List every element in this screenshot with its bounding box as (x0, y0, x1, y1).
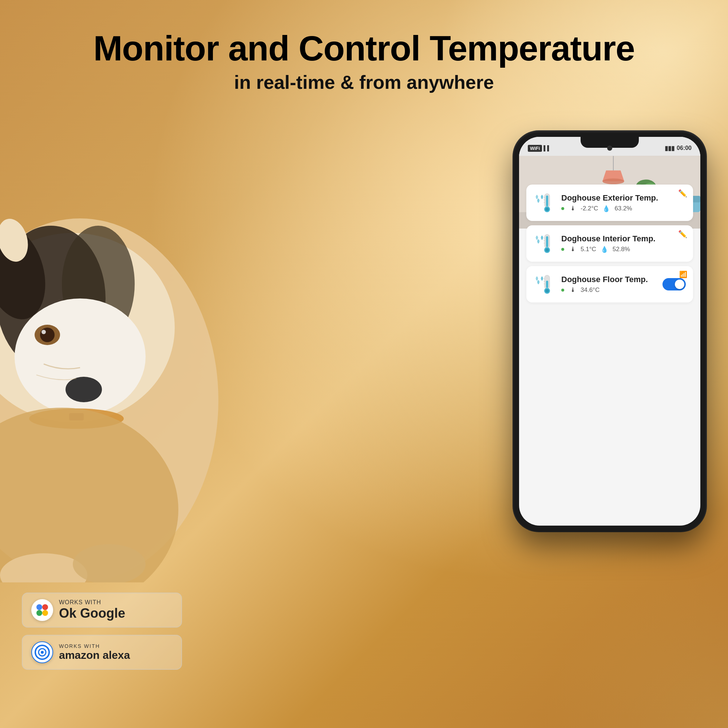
compatibility-badges: works with Ok Google WORKS WITH amazon a… (22, 593, 182, 670)
svg-point-56 (37, 610, 42, 616)
thermometer-drops-icon-1 (535, 192, 555, 214)
alexa-logo-svg (34, 644, 50, 660)
device-icon-interior (534, 232, 555, 254)
thermometer-drops-icon-2 (535, 232, 555, 254)
background-warm (509, 546, 728, 728)
toggle-knob (675, 280, 684, 289)
temp-value-interior: 5.1°C (581, 246, 596, 253)
status-dot-floor (561, 289, 564, 292)
svg-point-20 (603, 178, 624, 184)
phone-camera (607, 145, 612, 151)
device-icon-floor (534, 273, 555, 295)
svg-point-57 (42, 610, 48, 616)
edit-icon-exterior[interactable]: ✏️ (678, 189, 687, 198)
toggle-floor[interactable] (662, 278, 686, 291)
google-icon (31, 599, 53, 621)
phone-outer: WiFi ▌▌ ▮▮▮ 06:00 (513, 131, 706, 531)
svg-point-54 (37, 604, 42, 610)
temp-icon-small: 🌡 (570, 205, 576, 212)
temp-value-floor: 34.6°C (581, 286, 600, 294)
wifi-icon-floor: 📶 (679, 271, 687, 278)
humidity-icon: 💧 (603, 205, 610, 213)
device-card-interior[interactable]: Doghouse Interior Temp. 🌡 5.1°C 💧 52.8% … (526, 225, 693, 262)
device-stats-floor: 🌡 34.6°C (561, 286, 657, 294)
google-logo-svg (34, 602, 50, 618)
device-icon-exterior (534, 192, 555, 214)
header-section: Monitor and Control Temperature in real-… (0, 29, 728, 93)
google-badge: works with Ok Google (22, 593, 182, 627)
status-bar-right: ▮▮▮ 06:00 (665, 145, 691, 152)
thermometer-drops-icon-3 (535, 273, 555, 295)
humidity-value-interior: 52.8% (613, 246, 630, 253)
device-card-floor[interactable]: Doghouse Floor Temp. 🌡 34.6°C 📶 (526, 266, 693, 303)
humidity-icon-2: 💧 (601, 246, 608, 253)
husky-dog-illustration (0, 73, 262, 583)
google-works-with-label: works with (59, 599, 125, 606)
device-stats-exterior: 🌡 -2.2°C 💧 63.2% (561, 205, 686, 213)
device-stats-interior: 🌡 5.1°C 💧 52.8% (561, 246, 686, 253)
svg-point-5 (66, 377, 102, 402)
svg-rect-48 (546, 281, 548, 288)
humidity-value-exterior: 63.2% (615, 205, 632, 212)
alexa-icon (31, 641, 53, 663)
network-icon: ▌▌ (543, 145, 551, 151)
temp-icon-small-3: 🌡 (570, 286, 576, 294)
status-bar-left: WiFi ▌▌ (528, 145, 551, 152)
alexa-brand-label: amazon alexa (59, 649, 130, 661)
device-name-floor: Doghouse Floor Temp. (561, 275, 657, 284)
svg-point-7 (40, 327, 55, 342)
phone-mockup: WiFi ▌▌ ▮▮▮ 06:00 (513, 131, 706, 531)
google-badge-text: works with Ok Google (59, 599, 125, 621)
battery-icon: ▮▮▮ (665, 145, 674, 152)
device-info-interior: Doghouse Interior Temp. 🌡 5.1°C 💧 52.8% (561, 234, 686, 253)
alexa-works-with-label: WORKS WITH (59, 643, 130, 649)
alexa-badge-text: WORKS WITH amazon alexa (59, 643, 130, 661)
svg-point-36 (545, 208, 549, 211)
sub-title: in real-time & from anywhere (15, 71, 713, 93)
alexa-badge: WORKS WITH amazon alexa (22, 635, 182, 670)
device-info-floor: Doghouse Floor Temp. 🌡 34.6°C (561, 275, 657, 294)
temp-value-exterior: -2.2°C (581, 205, 598, 212)
svg-rect-34 (546, 196, 548, 206)
svg-point-43 (545, 248, 549, 252)
svg-point-15 (73, 544, 145, 583)
status-dot-interior (561, 248, 564, 251)
status-dot-exterior (561, 207, 564, 210)
svg-rect-41 (546, 236, 548, 247)
device-name-exterior: Doghouse Exterior Temp. (561, 193, 686, 203)
device-name-interior: Doghouse Interior Temp. (561, 234, 686, 243)
phone-notch (581, 137, 639, 148)
svg-point-8 (41, 330, 46, 334)
svg-point-60 (41, 651, 44, 654)
time-display: 06:00 (677, 145, 691, 151)
edit-icon-interior[interactable]: ✏️ (678, 230, 687, 239)
main-title: Monitor and Control Temperature (15, 29, 713, 68)
device-info-exterior: Doghouse Exterior Temp. 🌡 -2.2°C 💧 63.2% (561, 193, 686, 213)
svg-point-50 (545, 289, 549, 293)
wifi-label: WiFi (528, 145, 542, 152)
svg-point-55 (42, 604, 48, 610)
temp-icon-small-2: 🌡 (570, 246, 576, 253)
google-brand-label: Ok Google (59, 606, 125, 621)
device-list: Doghouse Exterior Temp. 🌡 -2.2°C 💧 63.2%… (519, 179, 700, 308)
device-card-exterior[interactable]: Doghouse Exterior Temp. 🌡 -2.2°C 💧 63.2%… (526, 185, 693, 221)
phone-screen: WiFi ▌▌ ▮▮▮ 06:00 (519, 137, 700, 526)
